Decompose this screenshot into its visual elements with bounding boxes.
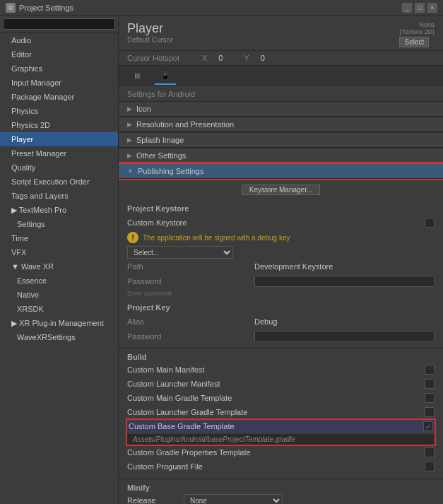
custom-main-gradle-row: Custom Main Gradle Template bbox=[127, 392, 435, 404]
project-keystore-section: Project Keystore Custom Keystore ! The a… bbox=[119, 201, 443, 346]
icon-label: Icon bbox=[136, 105, 151, 113]
publishing-arrow: ▼ bbox=[127, 168, 134, 175]
section-icon: ▶ Icon bbox=[119, 101, 443, 117]
path-label: Path bbox=[127, 262, 254, 271]
sidebar-item-script-exec[interactable]: Script Execution Order bbox=[0, 175, 118, 189]
sidebar-item-xr-plugin[interactable]: ▶ XR Plug-in Management bbox=[0, 316, 118, 330]
sidebar: Audio Editor Graphics Input Manager Pack… bbox=[0, 16, 119, 504]
build-title: Build bbox=[127, 353, 435, 361]
path-value: Development Keystore bbox=[254, 262, 435, 271]
resolution-arrow: ▶ bbox=[127, 121, 132, 128]
alias-value: Debug bbox=[254, 317, 435, 326]
maximize-button[interactable]: □ bbox=[415, 3, 425, 13]
android-icon: 📱 bbox=[160, 71, 170, 80]
minimize-button[interactable]: _ bbox=[402, 3, 412, 13]
section-other-header[interactable]: ▶ Other Settings bbox=[119, 148, 443, 163]
warning-icon: ! bbox=[127, 232, 138, 243]
page-subtitle: Default Cursor bbox=[127, 36, 172, 44]
path-row: Path Development Keystore bbox=[127, 260, 435, 273]
sidebar-item-package-manager[interactable]: Package Manager bbox=[0, 90, 118, 104]
keystore-select[interactable]: Select... bbox=[127, 246, 233, 259]
keystore-manager-button[interactable]: Keystore Manager... bbox=[242, 184, 321, 195]
tab-monitor[interactable]: 🖥 bbox=[127, 69, 146, 85]
custom-proguard-row: Custom Proguard File bbox=[127, 460, 435, 473]
custom-main-manifest-checkbox[interactable] bbox=[425, 365, 435, 375]
custom-main-gradle-checkbox[interactable] bbox=[425, 393, 435, 403]
search-input[interactable] bbox=[3, 18, 115, 30]
other-arrow: ▶ bbox=[127, 152, 132, 159]
sidebar-item-graphics[interactable]: Graphics bbox=[0, 61, 118, 76]
project-keystore-header-row: Project Keystore bbox=[127, 202, 435, 215]
password-row: Password bbox=[127, 275, 435, 288]
release-dropdown[interactable]: None bbox=[184, 494, 283, 504]
custom-proguard-label: Custom Proguard File bbox=[127, 462, 425, 471]
sidebar-item-essence[interactable]: Essence bbox=[0, 274, 118, 288]
select-dropdown-row: Select... bbox=[127, 245, 435, 260]
tab-android[interactable]: 📱 bbox=[155, 69, 176, 85]
section-publishing-header[interactable]: ▼ Publishing Settings bbox=[119, 164, 443, 179]
sidebar-item-audio[interactable]: Audio bbox=[0, 33, 118, 47]
password2-row: Password bbox=[127, 330, 435, 343]
custom-base-gradle-checkbox[interactable] bbox=[423, 421, 433, 431]
alias-row: Alias Debug bbox=[127, 315, 435, 328]
custom-keystore-checkbox[interactable] bbox=[425, 218, 435, 228]
title-bar: ⚙ Project Settings _ □ × bbox=[0, 0, 443, 16]
base-project-path: Assets/Plugins/Android/baseProjectTempla… bbox=[127, 434, 435, 445]
project-key-label: Project Key bbox=[127, 303, 435, 312]
password-label: Password bbox=[127, 277, 254, 286]
custom-proguard-checkbox[interactable] bbox=[425, 462, 435, 471]
splash-label: Splash Image bbox=[136, 136, 184, 144]
minify-section: Minify Release None Debug None Split App… bbox=[119, 481, 443, 504]
section-icon-header[interactable]: ▶ Icon bbox=[119, 102, 443, 117]
custom-base-gradle-label: Custom Base Gradle Template bbox=[129, 422, 423, 430]
section-resolution: ▶ Resolution and Presentation bbox=[119, 117, 443, 132]
hotspot-y-value: 0 bbox=[261, 54, 265, 62]
sidebar-item-vfx[interactable]: VFX bbox=[0, 245, 118, 259]
custom-gradle-props-checkbox[interactable] bbox=[425, 447, 435, 457]
sidebar-item-preset-manager[interactable]: Preset Manager bbox=[0, 146, 118, 160]
password2-input[interactable] bbox=[254, 331, 435, 342]
sidebar-item-time[interactable]: Time bbox=[0, 231, 118, 245]
section-resolution-header[interactable]: ▶ Resolution and Presentation bbox=[119, 117, 443, 132]
other-label: Other Settings bbox=[136, 151, 186, 160]
close-button[interactable]: × bbox=[427, 3, 437, 13]
icon-arrow: ▶ bbox=[127, 105, 132, 112]
sidebar-item-physics[interactable]: Physics bbox=[0, 104, 118, 118]
custom-launcher-manifest-label: Custom Launcher Manifest bbox=[127, 380, 425, 388]
custom-gradle-props-label: Custom Gradle Properties Template bbox=[127, 448, 425, 457]
content-area: Player Default Cursor None (Texture 2D) … bbox=[119, 16, 443, 504]
texture-type-label: (Texture 2D) bbox=[399, 28, 435, 35]
sidebar-item-textmesh-settings[interactable]: Settings bbox=[0, 217, 118, 231]
splash-arrow: ▶ bbox=[127, 136, 132, 143]
build-section: Build Custom Main Manifest Custom Launch… bbox=[119, 350, 443, 477]
select-texture-button[interactable]: Select bbox=[399, 37, 429, 47]
custom-gradle-props-row: Custom Gradle Properties Template bbox=[127, 446, 435, 459]
custom-main-manifest-row: Custom Main Manifest bbox=[127, 363, 435, 376]
window-title: Project Settings bbox=[19, 4, 73, 12]
sidebar-item-wavexr-settings[interactable]: WaveXRSettings bbox=[0, 330, 118, 344]
platform-tabs: 🖥 📱 bbox=[119, 66, 443, 86]
custom-launcher-gradle-checkbox[interactable] bbox=[425, 407, 435, 417]
sidebar-item-native[interactable]: Native bbox=[0, 288, 118, 302]
sidebar-item-wave-xr[interactable]: ▼ Wave XR bbox=[0, 259, 118, 274]
release-label: Release bbox=[127, 496, 184, 504]
sidebar-item-editor[interactable]: Editor bbox=[0, 47, 118, 61]
sidebar-item-tags-layers[interactable]: Tags and Layers bbox=[0, 189, 118, 203]
project-keystore-label: Project Keystore bbox=[127, 204, 435, 213]
hotspot-label: Cursor Hotspot bbox=[127, 54, 191, 62]
custom-launcher-manifest-checkbox[interactable] bbox=[425, 379, 435, 389]
sidebar-item-player[interactable]: Player bbox=[0, 132, 118, 146]
alias-label: Alias bbox=[127, 317, 254, 326]
sidebar-item-textmesh-pro[interactable]: ▶ TextMesh Pro bbox=[0, 203, 118, 217]
sidebar-item-xrsdk[interactable]: XRSDK bbox=[0, 302, 118, 316]
section-splash-header[interactable]: ▶ Splash Image bbox=[119, 133, 443, 148]
page-title: Player bbox=[127, 21, 172, 36]
warning-text: The application will be signed with a de… bbox=[143, 234, 290, 242]
custom-base-gradle-section: Custom Base Gradle Template Assets/Plugi… bbox=[127, 420, 435, 445]
sidebar-item-quality[interactable]: Quality bbox=[0, 160, 118, 175]
password-input[interactable] bbox=[254, 276, 435, 287]
sidebar-item-physics2d[interactable]: Physics 2D bbox=[0, 118, 118, 132]
warning-row: ! The application will be signed with a … bbox=[127, 230, 435, 245]
custom-base-gradle-row: Custom Base Gradle Template bbox=[127, 420, 435, 433]
sidebar-item-input-manager[interactable]: Input Manager bbox=[0, 76, 118, 90]
